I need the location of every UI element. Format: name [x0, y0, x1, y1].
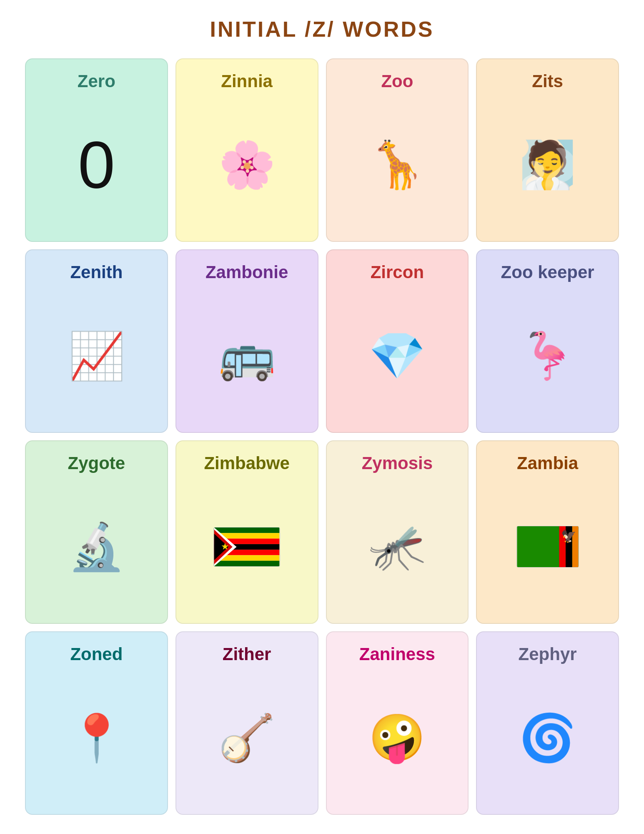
word-zero: Zero — [78, 72, 115, 91]
card-zits: Zits🧖 — [476, 58, 619, 242]
word-zygote: Zygote — [68, 454, 125, 473]
card-zenith: Zenith📈 — [25, 249, 168, 433]
page-title: INITIAL /Z/ WORDS — [25, 17, 619, 42]
icon-zircon: 💎 — [368, 294, 426, 417]
word-zinnia: Zinnia — [221, 72, 273, 91]
icon-zygote: 🔬 — [68, 485, 125, 608]
icon-zephyr: 🌀 — [519, 676, 576, 799]
card-zoo: Zoo🦒 — [326, 58, 469, 242]
card-zinnia: Zinnia🌸 — [175, 58, 318, 242]
word-zoo: Zoo — [381, 72, 413, 91]
word-zircon: Zircon — [371, 263, 424, 282]
icon-zoned: 📍 — [68, 676, 125, 799]
card-zaniness: Zaniness🤪 — [326, 631, 469, 815]
icon-zambia: 🦅 — [516, 485, 579, 608]
card-zambia: Zambia 🦅 — [476, 440, 619, 624]
icon-zenith: 📈 — [68, 294, 125, 417]
word-zits: Zits — [532, 72, 563, 91]
word-zenith: Zenith — [70, 263, 123, 282]
card-zoned: Zoned📍 — [25, 631, 168, 815]
icon-zaniness: 🤪 — [368, 676, 426, 799]
word-zoned: Zoned — [70, 645, 123, 664]
icon-zookeeper: 🦩 — [519, 294, 576, 417]
icon-zither: 🪕 — [218, 676, 276, 799]
icon-zinnia: 🌸 — [218, 103, 276, 226]
word-zephyr: Zephyr — [519, 645, 577, 664]
word-zambia: Zambia — [517, 454, 578, 473]
card-zither: Zither🪕 — [175, 631, 318, 815]
svg-rect-6 — [214, 560, 280, 566]
card-zephyr: Zephyr🌀 — [476, 631, 619, 815]
word-zimbabwe: Zimbabwe — [204, 454, 289, 473]
svg-text:🦅: 🦅 — [561, 529, 576, 544]
word-zither: Zither — [223, 645, 271, 664]
svg-rect-0 — [214, 528, 280, 533]
word-grid: Zero0Zinnia🌸Zoo🦒Zits🧖Zenith📈Zambonie🚌Zir… — [25, 58, 619, 815]
card-zymosis: Zymosis🦟 — [326, 440, 469, 624]
card-zambonie: Zambonie🚌 — [175, 249, 318, 433]
word-zaniness: Zaniness — [359, 645, 435, 664]
card-zimbabwe: Zimbabwe ★ — [175, 440, 318, 624]
icon-zero: 0 — [78, 103, 115, 226]
word-zymosis: Zymosis — [362, 454, 433, 473]
page: INITIAL /Z/ WORDS Zero0Zinnia🌸Zoo🦒Zits🧖Z… — [0, 0, 644, 834]
word-zookeeper: Zoo keeper — [501, 263, 594, 282]
svg-text:★: ★ — [221, 541, 229, 551]
card-zircon: Zircon💎 — [326, 249, 469, 433]
icon-zits: 🧖 — [519, 103, 576, 226]
icon-zambonie: 🚌 — [218, 294, 276, 417]
word-zambonie: Zambonie — [205, 263, 288, 282]
card-zygote: Zygote🔬 — [25, 440, 168, 624]
card-zookeeper: Zoo keeper🦩 — [476, 249, 619, 433]
icon-zoo: 🦒 — [368, 103, 426, 226]
icon-zimbabwe: ★ — [213, 485, 280, 608]
card-zero: Zero0 — [25, 58, 168, 242]
icon-zymosis: 🦟 — [368, 485, 426, 608]
